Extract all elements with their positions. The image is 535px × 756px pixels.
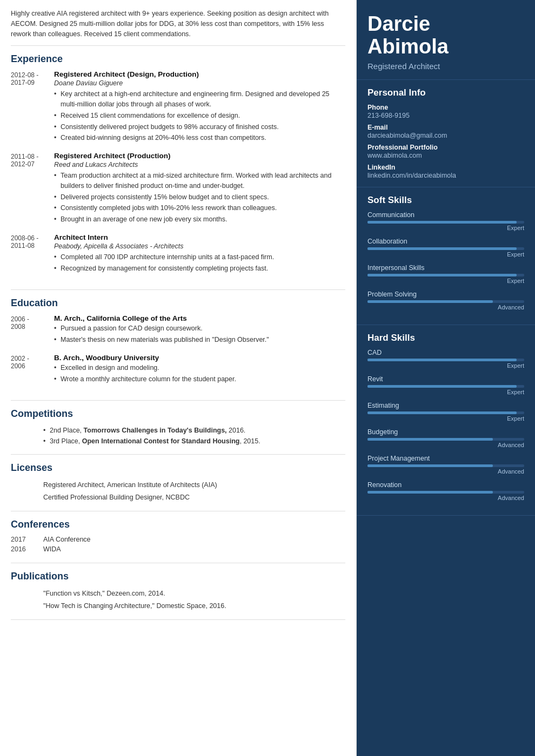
- conf-entry-2: 2016 WIDA: [11, 545, 345, 553]
- phone-value: 213-698-9195: [367, 112, 524, 119]
- name-block: Darcie Abimola Registered Architect: [357, 0, 535, 80]
- exp-company-3: Peabody, Apicella & Associates - Archite…: [54, 242, 345, 250]
- skill-level: Expert: [367, 415, 524, 422]
- skill-bar-fill: [367, 464, 493, 467]
- edu-title-1: M. Arch., California College of the Arts: [54, 314, 345, 322]
- portfolio-label: Professional Portfolio: [367, 144, 524, 151]
- conf-year-2: 2016: [11, 545, 43, 553]
- edu-content-1: M. Arch., California College of the Arts…: [54, 314, 345, 346]
- hard-skill-estimating: Estimating Expert: [367, 402, 524, 422]
- exp-entry-3: 2008-06 - 2011-08 Architect Intern Peabo…: [11, 233, 345, 275]
- right-column: Darcie Abimola Registered Architect Pers…: [357, 0, 535, 756]
- education-section: Education 2006 - 2008 M. Arch., Californ…: [11, 298, 345, 401]
- hard-skill-project-management: Project Management Advanced: [367, 455, 524, 475]
- skill-bar-bg: [367, 359, 524, 361]
- conferences-title: Conferences: [11, 519, 345, 530]
- skill-name: Interpersonal Skills: [367, 264, 524, 272]
- licenses-section: Licenses Registered Architect, American …: [11, 462, 345, 511]
- skill-bar-fill: [367, 438, 493, 441]
- skill-bar-fill: [367, 359, 517, 361]
- skill-bar-bg: [367, 274, 524, 276]
- skill-bar-bg: [367, 221, 524, 224]
- skill-name: Estimating: [367, 402, 524, 409]
- exp-title-2: Registered Architect (Production): [54, 152, 345, 160]
- exp-title-3: Architect Intern: [54, 233, 345, 241]
- bullet: Key architect at a high-end architecture…: [54, 89, 345, 110]
- exp-entry-2: 2011-08 - 2012-07 Registered Architect (…: [11, 152, 345, 226]
- hard-skills-title: Hard Skills: [367, 333, 524, 343]
- skill-bar-fill: [367, 300, 493, 303]
- competition-bold-1: Tomorrows Challenges in Today's Building…: [84, 427, 227, 434]
- publications-list: "Function vs Kitsch," Dezeen.com, 2014. …: [43, 588, 345, 612]
- skill-bar-fill: [367, 221, 517, 224]
- skill-bar-fill: [367, 491, 493, 494]
- competitions-list: 2nd Place, Tomorrows Challenges in Today…: [43, 425, 345, 447]
- licenses-list: Registered Architect, American Institute…: [43, 479, 345, 503]
- exp-dates-3: 2008-06 - 2011-08: [11, 233, 54, 275]
- soft-skill-interpersonal: Interpersonal Skills Expert: [367, 264, 524, 284]
- bullet: Wrote a monthly architecture column for …: [54, 374, 345, 384]
- soft-skills-section: Soft Skills Communication Expert Collabo…: [357, 187, 535, 325]
- phone-label: Phone: [367, 104, 524, 111]
- bullet: Completed all 700 IDP architecture inter…: [54, 252, 345, 262]
- exp-entry-1: 2012-08 - 2017-09 Registered Architect (…: [11, 70, 345, 144]
- exp-company-1: Doane Daviau Giguere: [54, 79, 345, 87]
- exp-bullets-2: Team production architect at a mid-sized…: [54, 171, 345, 225]
- skill-name: Renovation: [367, 481, 524, 489]
- bullet: Created bid-winning designs at 20%-40% l…: [54, 133, 345, 143]
- edu-bullets-1: Pursued a passion for CAD design coursew…: [54, 323, 345, 345]
- exp-content-1: Registered Architect (Design, Production…: [54, 70, 345, 144]
- skill-bar-fill: [367, 274, 517, 276]
- personal-info-section: Personal Info Phone 213-698-9195 E-mail …: [357, 80, 535, 187]
- linkedin-label: LinkedIn: [367, 164, 524, 171]
- pub-item-1: "Function vs Kitsch," Dezeen.com, 2014.: [43, 588, 345, 600]
- skill-bar-fill: [367, 411, 517, 414]
- bullet: Brought in an average of one new job eve…: [54, 214, 345, 225]
- competition-bold-2: Open International Contest for Standard …: [82, 437, 240, 445]
- hard-skill-renovation: Renovation Advanced: [367, 481, 524, 501]
- conf-entry-1: 2017 AIA Conference: [11, 536, 345, 543]
- name-first: Darcie: [367, 13, 524, 36]
- bullet: Recognized by management for consistentl…: [54, 264, 345, 274]
- skill-name: Collaboration: [367, 238, 524, 245]
- exp-dates-1: 2012-08 - 2017-09: [11, 70, 54, 144]
- license-item-1: Registered Architect, American Institute…: [43, 479, 345, 491]
- edu-dates-2: 2002 - 2006: [11, 354, 54, 386]
- summary-section: Highly creative AIA registered architect…: [11, 9, 345, 46]
- exp-company-2: Reed and Lukacs Architects: [54, 161, 345, 168]
- hard-skill-cad: CAD Expert: [367, 349, 524, 369]
- personal-info-title: Personal Info: [367, 87, 524, 98]
- skill-level: Advanced: [367, 442, 524, 448]
- bullet: Pursued a passion for CAD design coursew…: [54, 323, 345, 334]
- competitions-section: Competitions 2nd Place, Tomorrows Challe…: [11, 408, 345, 455]
- bullet: Delivered projects consistently 15% belo…: [54, 192, 345, 202]
- skill-name: Revit: [367, 375, 524, 383]
- hard-skill-budgeting: Budgeting Advanced: [367, 428, 524, 448]
- publications-section: Publications "Function vs Kitsch," Dezee…: [11, 571, 345, 620]
- exp-title-1: Registered Architect (Design, Production…: [54, 70, 345, 78]
- skill-bar-bg: [367, 491, 524, 494]
- conferences-section: Conferences 2017 AIA Conference 2016 WID…: [11, 519, 345, 563]
- competition-item-2: 3rd Place, Open International Contest fo…: [43, 436, 345, 447]
- competitions-title: Competitions: [11, 408, 345, 420]
- soft-skill-collaboration: Collaboration Expert: [367, 238, 524, 258]
- bullet: Excelled in design and modeling.: [54, 363, 345, 373]
- exp-bullets-1: Key architect at a high-end architecture…: [54, 89, 345, 143]
- exp-bullets-3: Completed all 700 IDP architecture inter…: [54, 252, 345, 274]
- skill-level: Advanced: [367, 304, 524, 310]
- skill-name: Communication: [367, 211, 524, 219]
- email-label: E-mail: [367, 124, 524, 131]
- edu-content-2: B. Arch., Woodbury University Excelled i…: [54, 354, 345, 386]
- bullet: Master's thesis on new materials was pub…: [54, 335, 345, 345]
- email-value: darcieabimola@gmail.com: [367, 132, 524, 139]
- hard-skills-section: Hard Skills CAD Expert Revit Expert Esti…: [357, 325, 535, 516]
- publications-title: Publications: [11, 571, 345, 582]
- conf-year-1: 2017: [11, 536, 43, 543]
- exp-dates-2: 2011-08 - 2012-07: [11, 152, 54, 226]
- bullet: Team production architect at a mid-sized…: [54, 171, 345, 191]
- skill-level: Expert: [367, 251, 524, 258]
- exp-content-2: Registered Architect (Production) Reed a…: [54, 152, 345, 226]
- experience-title: Experience: [11, 53, 345, 65]
- education-title: Education: [11, 298, 345, 309]
- skill-bar-fill: [367, 385, 517, 388]
